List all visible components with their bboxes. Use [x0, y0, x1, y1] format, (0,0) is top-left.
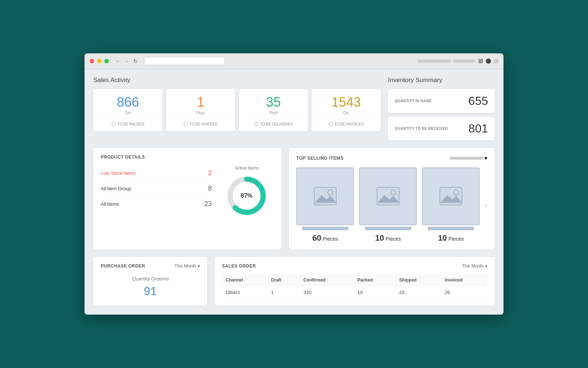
- product-item-low-stock[interactable]: Low Stock Items 2: [101, 166, 212, 181]
- browser-nav: ← → ↻: [115, 58, 139, 64]
- mountain-icon-2: [376, 187, 400, 206]
- top-selling-dropdown[interactable]: ▾: [450, 155, 487, 162]
- so-dropdown-arrow: ▾: [485, 263, 487, 269]
- svg-text:87%: 87%: [241, 192, 252, 199]
- top-row: Sales Activity 866 Qty ✓ TO BE PACKED: [93, 77, 495, 141]
- forward-button[interactable]: →: [123, 58, 130, 64]
- top-item-1: 60 Pieces: [296, 167, 354, 243]
- packed-unit: Qty: [99, 110, 157, 115]
- back-button[interactable]: ←: [115, 58, 121, 64]
- metric-card-delivered[interactable]: 35 Pkgs ✓ TO BE DELIVERED: [239, 89, 308, 131]
- packed-icon: ✓: [112, 122, 116, 126]
- col-confirmed: Confirmed: [300, 275, 354, 286]
- chart-title: Active Items: [235, 166, 259, 171]
- top-items-grid: 60 Pieces: [296, 167, 487, 243]
- maximize-button[interactable]: [104, 59, 109, 63]
- shipped-label: ✓ TO BE SHIPPED: [172, 122, 229, 126]
- inventory-summary-section: Inventory Summary QUANTITY IN HAND 655 Q…: [388, 77, 495, 141]
- po-period-label: This Month: [175, 263, 196, 269]
- browser-titlebar: ← → ↻: [85, 53, 503, 69]
- next-items-button[interactable]: ›: [485, 201, 487, 209]
- row-packed: 10: [354, 286, 396, 299]
- ctrl-bar-2: [453, 60, 476, 63]
- so-title: SALES ORDER: [222, 263, 256, 269]
- po-header: PURCHASE ORDER This Month ▾: [101, 263, 200, 269]
- sales-order-section: SALES ORDER This Month ▾ Channel Draft C…: [215, 257, 495, 306]
- item-qty-3: 10 Pieces: [438, 233, 464, 243]
- po-qty-label: Quantity Ordered: [101, 276, 200, 282]
- metric-card-invoiced[interactable]: 1543 Qty ✓ TO BE INVOICED: [312, 89, 381, 131]
- sales-activity-title: Sales Activity: [93, 77, 381, 84]
- item-image-3: [422, 167, 480, 225]
- so-period-dropdown[interactable]: This Month ▾: [462, 263, 487, 269]
- delivered-label: ✓ TO BE DELIVERED: [245, 122, 302, 126]
- sales-activity-section: Sales Activity 866 Qty ✓ TO BE PACKED: [93, 77, 381, 141]
- all-items-label: All Items: [101, 201, 119, 207]
- product-item-all[interactable]: All Items 23: [101, 197, 212, 212]
- row-shipped: 20: [395, 286, 441, 299]
- donut-chart: 87%: [225, 174, 269, 218]
- all-items-value: 23: [204, 200, 212, 208]
- low-stock-label: Low Stock Items: [101, 170, 136, 176]
- po-dropdown-arrow: ▾: [198, 263, 200, 269]
- col-packed: Packed: [354, 275, 396, 286]
- item-bar-1: [302, 227, 348, 230]
- top-selling-section: TOP SELLING ITEMS ▾: [289, 148, 495, 250]
- po-qty-value: 91: [101, 284, 200, 298]
- invoiced-icon: ✓: [329, 122, 333, 126]
- col-shipped: Shipped: [395, 275, 441, 286]
- so-table-header-row: Channel Draft Confirmed Packed Shipped I…: [222, 275, 487, 286]
- invoiced-label: ✓ TO BE INVOICED: [318, 122, 375, 126]
- bottom-row: PURCHASE ORDER This Month ▾ Quantity Ord…: [93, 257, 495, 306]
- po-title: PURCHASE ORDER: [101, 263, 145, 269]
- invoiced-unit: Qty: [318, 110, 375, 115]
- low-stock-value: 2: [208, 169, 212, 177]
- item-qty-1: 60 Pieces: [312, 233, 338, 243]
- po-content: Quantity Ordered 91: [101, 276, 200, 298]
- top-selling-header: TOP SELLING ITEMS ▾: [296, 155, 487, 162]
- packed-label: ✓ TO BE PACKED: [99, 122, 157, 126]
- ctrl-circle: [486, 59, 491, 64]
- minimize-button[interactable]: [97, 59, 101, 63]
- item-bar-3: [428, 227, 474, 230]
- delivered-value: 35: [245, 96, 302, 109]
- address-bar[interactable]: [144, 57, 225, 65]
- top-selling-title: TOP SELLING ITEMS: [296, 156, 343, 161]
- item-image-1: [296, 167, 354, 225]
- delivered-icon: ✓: [254, 122, 258, 126]
- row-channel: Others: [222, 286, 268, 299]
- close-button[interactable]: [90, 59, 94, 63]
- metric-card-shipped[interactable]: 1 Pkgs ✓ TO BE SHIPPED: [166, 89, 235, 131]
- chart-container: Active Items 87%: [219, 166, 274, 218]
- sales-order-table: Channel Draft Confirmed Packed Shipped I…: [222, 275, 487, 299]
- mountain-icon-1: [313, 187, 337, 206]
- col-channel: Channel: [222, 275, 268, 286]
- col-invoiced: Invoiced: [441, 275, 487, 286]
- top-item-2: 10 Pieces: [359, 167, 417, 243]
- ctrl-bar-1: [417, 60, 451, 63]
- inv-received-value: 801: [469, 122, 488, 135]
- row-draft: 1: [268, 286, 300, 299]
- inventory-card-received[interactable]: QUANTITY TO BE RECEIVED 801: [388, 117, 495, 141]
- product-item-group[interactable]: All Item Group 8: [101, 181, 212, 197]
- row-confirmed: 320: [300, 286, 354, 299]
- middle-row: PRODUCT DETAILS Low Stock Items 2 All It…: [93, 148, 495, 250]
- product-details-content: Low Stock Items 2 All Item Group 8 All I…: [101, 166, 274, 218]
- metric-card-packed[interactable]: 866 Qty ✓ TO BE PACKED: [93, 89, 162, 131]
- browser-window: ← → ↻ Sales Activity 866 Qty: [85, 53, 503, 315]
- metric-cards: 866 Qty ✓ TO BE PACKED 1 Pkgs: [93, 89, 381, 131]
- po-period-dropdown[interactable]: This Month ▾: [175, 263, 200, 269]
- product-details-header: PRODUCT DETAILS: [101, 155, 274, 160]
- refresh-button[interactable]: ↻: [132, 58, 139, 64]
- table-row[interactable]: Others 1 320 10 20 26: [222, 286, 487, 299]
- ctrl-square-1: [478, 59, 483, 63]
- inv-hand-label: QUANTITY IN HAND: [395, 99, 431, 103]
- inventory-card-hand[interactable]: QUANTITY IN HAND 655: [388, 89, 495, 113]
- shipped-unit: Pkgs: [172, 110, 229, 115]
- item-image-2: [359, 167, 417, 225]
- delivered-unit: Pkgs: [245, 110, 302, 115]
- item-group-value: 8: [208, 185, 212, 192]
- item-bar-2: [365, 227, 411, 230]
- shipped-icon: ✓: [184, 122, 188, 126]
- ctrl-square-2: [494, 59, 498, 63]
